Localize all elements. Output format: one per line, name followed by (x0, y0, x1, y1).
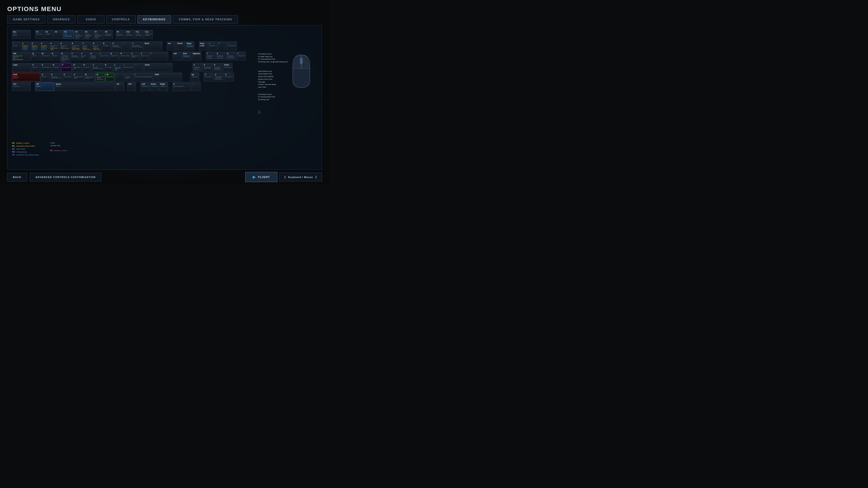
key-f5[interactable]: F5 IncreaseEngine Power(DecreaseOthers) (74, 30, 84, 39)
key-f9[interactable]: F9 DecreasePower / Min** (116, 30, 125, 39)
key-arrow-down[interactable]: Down Y Offset Neg (150, 82, 159, 91)
key-space[interactable]: Space Strafe Up (55, 82, 115, 91)
key-z[interactable]: Z Freelook* (41, 73, 50, 82)
key-fwdslash[interactable]: / Cycle Mouse Aim Mode (HOMAS) (133, 73, 153, 82)
key-r[interactable]: R Flight Readi-ness / CircleSelection / … (60, 52, 70, 62)
key-b[interactable]: B Speed GT Drive /Engage GT * (84, 73, 95, 82)
key-a[interactable]: A Strafe Left (31, 63, 40, 72)
key-s[interactable]: S Strafe Backward (41, 63, 51, 72)
flight-button[interactable]: ▶ FLIGHT (245, 172, 277, 182)
key-u[interactable]: U Power On/EmergencyExit Seat (90, 52, 98, 61)
key-2[interactable]: 2 Pin Index 2Toggle Lock Pin Index 2Togg… (31, 41, 39, 51)
tab-game-settings[interactable]: GAME SETTINGS (7, 15, 45, 24)
key-pgdn[interactable]: Pgdown (192, 52, 201, 61)
key-alt-l[interactable]: Alt Modifier 1 (35, 82, 54, 91)
key-num2[interactable]: 2 Shields ResetLevel Back /Load / Save 2… (214, 73, 223, 82)
key-n[interactable]: N Landing ModeToggle /LM Autoland * (96, 73, 105, 82)
key-y[interactable]: Y Exit Seat/Eject (80, 52, 89, 61)
key-numplus[interactable]: + Increase FOV (237, 52, 246, 61)
tab-graphics[interactable]: GRAPHICS (47, 15, 75, 24)
key-shift-r[interactable]: Shift (154, 73, 182, 82)
key-5[interactable]: 5 Cycle HostileTargets Repeat Selection (59, 41, 70, 51)
key-end[interactable]: End Def Decrease Z Offset Neg (182, 52, 191, 61)
key-semicolon[interactable]: ; Activate Chat Box (123, 63, 134, 72)
key-w[interactable]: W Strafe Forward (41, 52, 51, 61)
key-alt-r[interactable]: Alt (116, 82, 124, 91)
key-0[interactable]: 0 Retarget AllPinned Targets (112, 41, 121, 51)
key-7[interactable]: 7 Cycle AllTargets Reset AllTargets Clos… (82, 41, 92, 51)
key-caps[interactable]: Caps (12, 63, 31, 72)
tab-comms[interactable]: COMMS, FOIP & HEAD TRACKING (173, 15, 238, 24)
key-f8[interactable]: F8 Reset PowerDistribution (104, 30, 113, 39)
key-f2[interactable]: F2 StarMap (44, 30, 53, 39)
key-f6[interactable]: F6 IncreaseShield Power(DecreaseOthers) (84, 30, 93, 39)
key-arrow-right[interactable]: Right X Offset Pos (159, 82, 168, 91)
key-num-enter[interactable]: Enter Increase FOV (223, 63, 232, 72)
key-i[interactable]: I Engines On/Off (99, 52, 109, 61)
advanced-controls-button[interactable]: ADVANCED CONTROLS CUSTOMIZATION (30, 173, 101, 182)
key-num4[interactable]: 4 Shield RaiseLevel LeftLoad / Save 4* (193, 63, 202, 72)
key-backslash[interactable]: \ (149, 52, 168, 61)
key-tab[interactable]: Tab Scan Mode ToggleScanboard P.I.T Flig… (12, 52, 31, 61)
key-c[interactable]: C Cruise Control (63, 73, 72, 82)
key-e[interactable]: E Roll Right (51, 52, 60, 61)
key-num8[interactable]: 8 Shield RaiseLevel FrontLoad / Save 8* (216, 52, 225, 61)
key-f7[interactable]: F7 IncreaseWeapon Power(DecreaseOthers) (94, 30, 103, 39)
key-enter[interactable]: Enter (144, 63, 172, 72)
key-period[interactable]: . AI TurretsToggle (124, 73, 133, 82)
key-minus[interactable]: - (122, 41, 131, 51)
key-numdot[interactable]: . (192, 82, 201, 91)
key-1[interactable]: 1 Pin Index 1Toggle Lock Pin Index 1Togg… (21, 41, 30, 51)
back-button[interactable]: BACK (7, 173, 27, 182)
key-insert[interactable]: Ins (167, 41, 176, 51)
key-del[interactable]: Del (173, 52, 182, 61)
key-d[interactable]: D Strafe Right (52, 63, 61, 72)
key-6[interactable]: 6 Cycle FriendlyTargets Reset FriendlyTa… (71, 41, 81, 51)
key-f4[interactable]: F4 CycleCamera View /Advanced Cam* (63, 30, 74, 39)
key-shift-l[interactable]: Shift AfterburnerModifier 2 (12, 73, 40, 82)
key-arrow-left[interactable]: Left X Offset Neg (141, 82, 149, 91)
key-p[interactable]: P Weapons On/Off (120, 52, 130, 61)
key-num7[interactable]: 7 Shield RaiseLevel TopLoad / Save 7* (206, 52, 215, 61)
key-num6[interactable]: 6 Shield RaiseLevel Right /Load / Save 6… (213, 63, 223, 72)
key-numlock[interactable]: NumLock (199, 41, 208, 51)
key-num1[interactable]: 1 Load / Save 1* (204, 73, 213, 82)
key-x[interactable]: X SpacebrakeToggle / Wipe Visor (50, 73, 62, 82)
key-f3[interactable]: F3 (54, 30, 63, 39)
key-numslash[interactable]: / Reset View (209, 41, 217, 51)
key-ctrl-l[interactable]: Ctrl Strafe Down (12, 82, 31, 91)
key-4[interactable]: 4 Cycle AttackerTargets Reset AttackerTa… (50, 41, 59, 51)
key-num3[interactable]: 3 Load / Save 3* (224, 73, 234, 82)
key-comma[interactable]: , (115, 73, 124, 82)
key-3[interactable]: 3 Pin Index 3Toggle Lock Pin Index 3Togg… (40, 41, 49, 51)
key-num0[interactable]: 0 Clear Current Save* (173, 82, 191, 91)
key-f11[interactable]: F11 Contacts /2D UI Cursor (135, 30, 144, 39)
key-l[interactable]: L Toggle LightsToggle LockToggle (114, 63, 122, 72)
key-home[interactable]: Home (176, 41, 185, 51)
key-f[interactable]: F Interaction Mode (61, 63, 72, 72)
key-numminus[interactable]: - Decrease FOV (227, 41, 237, 51)
tab-keybindings[interactable]: KEYBINDINGS (137, 15, 171, 24)
tab-controls[interactable]: CONTROLS (106, 15, 135, 24)
key-k[interactable]: K VTOL Toggle (104, 63, 113, 72)
key-m[interactable]: M Mining Mode (105, 73, 114, 82)
key-num9[interactable]: 9 Shield RaiseLevel Buttons /Load / Save… (226, 52, 236, 61)
key-v[interactable]: V Decoupled ModeToggle (73, 73, 84, 82)
key-numstar[interactable]: * (218, 41, 226, 51)
key-equals[interactable]: = EA Re-Spawn/Deconstruct Toggle (131, 41, 143, 51)
key-num5[interactable]: 5 Shields ResetLoad / Save 5* (203, 63, 212, 72)
key-g[interactable]: G Toggle GimbalLock (72, 63, 82, 72)
key-o[interactable]: O Shields On/Off (110, 52, 119, 61)
key-lbracket[interactable]: [ Reject Invite/Spawn* (131, 52, 140, 61)
key-f12[interactable]: F12 Toggle ChatWindow (144, 30, 153, 39)
key-9[interactable]: 9 Roll Target (102, 41, 111, 51)
key-back[interactable]: Back (144, 41, 162, 51)
key-ctrl-r[interactable]: Ctrl (127, 82, 136, 91)
key-f1[interactable]: F1 Holo Table (35, 30, 44, 39)
key-esc[interactable]: Esc Pause /Options (12, 30, 31, 39)
key-f10[interactable]: F10 Increase2D UI Cursor (125, 30, 134, 39)
key-t[interactable]: T Hail/Lock &Unlock Target (70, 52, 80, 61)
key-q[interactable]: Q Roll Left (31, 52, 40, 61)
key-rbracket[interactable]: ] Accept Invite (140, 52, 149, 61)
key-8[interactable]: 8 Cycle Sub-Targets Reset Sub-Target Clo… (92, 41, 102, 51)
